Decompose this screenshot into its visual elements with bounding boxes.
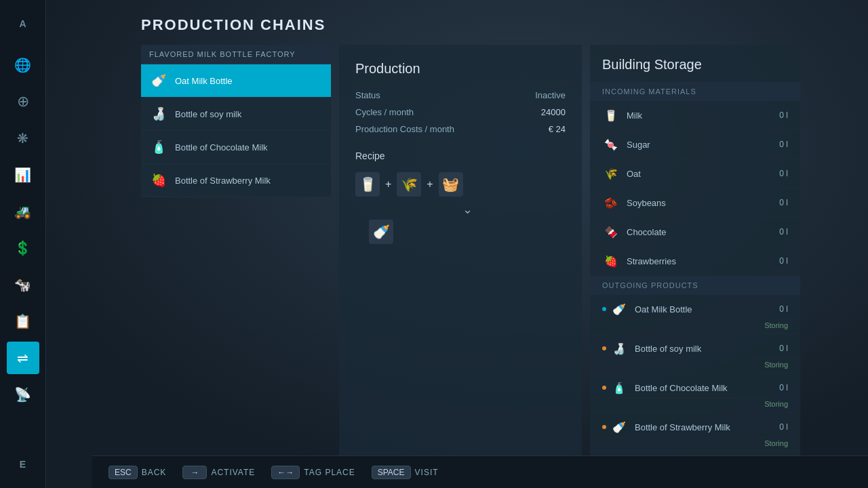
bottom-bar: ESC BACK → ACTIVATE ←→ TAG PLACE SPACE V… — [92, 455, 868, 488]
tractor-icon: 🚜 — [14, 203, 31, 220]
cycles-label: Cycles / month — [355, 107, 414, 117]
soybeans-name: Soybeans — [627, 198, 779, 208]
ingredient-extra-icon: 🧺 — [439, 172, 463, 197]
soy-milk-icon: 🍶 — [149, 104, 168, 123]
oat-amount: 0 l — [779, 169, 788, 178]
cow-icon: 🐄 — [14, 277, 31, 293]
storage-soybeans: 🫘 Soybeans 0 l — [590, 188, 800, 218]
sidebar-item-tractor[interactable]: 🚜 — [7, 195, 39, 228]
strawberries-icon: 🍓 — [602, 252, 620, 270]
recipe-arrow: ⌄ — [369, 202, 566, 217]
status-row: Status Inactive — [355, 90, 566, 100]
sidebar-item-globe[interactable]: 🌐 — [7, 49, 39, 81]
straw-milk-bottle-name: Bottle of Strawberry Milk — [635, 422, 779, 432]
oat-milk-dot — [602, 307, 606, 311]
chain-item-oat-milk[interactable]: 🍼 Oat Milk Bottle — [141, 64, 331, 98]
production-panel: Production Status Inactive Cycles / mont… — [339, 45, 582, 488]
sidebar-item-camera[interactable]: 📡 — [7, 378, 39, 411]
storage-milk: 🥛 Milk 0 l — [590, 101, 800, 130]
choc-milk-bottle-name: Bottle of Chocolate Milk — [635, 383, 779, 393]
plus-sign-2: + — [427, 178, 433, 190]
recipe-label: Recipe — [355, 150, 566, 161]
visit-button[interactable]: SPACE VISIT — [372, 466, 439, 479]
chocolate-icon: 🍫 — [602, 223, 620, 241]
soy-milk-storing: Storing — [590, 359, 800, 373]
soybeans-icon: 🫘 — [602, 194, 620, 211]
sidebar-item-chart[interactable]: 📊 — [7, 159, 39, 191]
chain-item-choc-milk[interactable]: 🧴 Bottle of Chocolate Milk — [141, 131, 331, 164]
cycles-row: Cycles / month 24000 — [355, 107, 566, 117]
recipe-ingredients-row: 🥛 + 🌾 + 🧺 — [355, 172, 566, 197]
milk-amount: 0 l — [779, 110, 788, 120]
strawberries-name: Strawberries — [627, 256, 779, 266]
globe-icon: 🌐 — [14, 57, 31, 73]
sidebar-item-e[interactable]: E — [7, 448, 39, 481]
sidebar-item-flower[interactable]: ❋ — [7, 122, 39, 155]
chain-item-soy-milk[interactable]: 🍶 Bottle of soy milk — [141, 98, 331, 131]
chain-item-straw-milk[interactable]: 🍓 Bottle of Strawberry Milk — [141, 164, 331, 197]
main-content: PRODUCTION CHAINS FLAVORED MILK BOTTLE F… — [46, 0, 868, 488]
oat-milk-bottle-icon: 🍼 — [610, 300, 628, 318]
ingredient-oat-icon: 🌾 — [397, 172, 421, 197]
straw-milk-bottle-icon: 🍼 — [610, 418, 628, 436]
tag-place-button[interactable]: ←→ TAG PLACE — [271, 466, 355, 479]
storage-title: Building Storage — [590, 45, 800, 82]
choc-milk-icon: 🧴 — [149, 138, 168, 157]
storage-strawberries: 🍓 Strawberries 0 l — [590, 247, 800, 276]
choc-milk-dot — [602, 386, 606, 390]
chart-icon: 📊 — [14, 167, 31, 183]
milk-name: Milk — [627, 110, 779, 121]
soy-milk-bottle-icon: 🍶 — [610, 340, 628, 357]
sugar-name: Sugar — [627, 140, 779, 150]
costs-label: Production Costs / month — [355, 124, 454, 134]
straw-milk-bottle-amount: 0 l — [779, 422, 788, 432]
straw-milk-icon: 🍓 — [149, 171, 168, 190]
flower-icon: ❋ — [17, 130, 28, 146]
sidebar-item-book[interactable]: 📋 — [7, 305, 39, 338]
esc-key: ESC — [108, 466, 138, 479]
outgoing-straw-milk: 🍼 Bottle of Strawberry Milk 0 l Storing — [590, 413, 800, 452]
outgoing-oat-milk: 🍼 Oat Milk Bottle 0 l Storing — [590, 295, 800, 334]
sidebar-item-factory[interactable]: ⇌ — [7, 342, 39, 374]
left-panel: FLAVORED MILK BOTTLE FACTORY 🍼 Oat Milk … — [141, 45, 331, 488]
choc-milk-storing: Storing — [590, 399, 800, 413]
oat-milk-icon: 🍼 — [149, 71, 168, 90]
sidebar-item-steering[interactable]: ⊕ — [7, 85, 39, 118]
outgoing-choc-milk: 🧴 Bottle of Chocolate Milk 0 l Storing — [590, 373, 800, 413]
tag-label: TAG PLACE — [304, 468, 355, 477]
soy-milk-dot — [602, 346, 606, 350]
activate-button[interactable]: → ACTIVATE — [182, 466, 255, 479]
page-title: PRODUCTION CHAINS — [46, 0, 868, 45]
space-key: SPACE — [372, 466, 411, 479]
camera-icon: 📡 — [14, 386, 31, 403]
esc-back-button[interactable]: ESC BACK — [108, 466, 166, 479]
chain-item-label: Bottle of Chocolate Milk — [175, 142, 268, 152]
costs-value: € 24 — [549, 124, 566, 134]
oat-milk-bottle-name: Oat Milk Bottle — [635, 304, 779, 314]
choc-milk-bottle-icon: 🧴 — [610, 379, 628, 396]
chain-item-label: Oat Milk Bottle — [175, 76, 233, 86]
recipe-output-icon: 🍼 — [369, 220, 393, 244]
status-value: Inactive — [535, 90, 566, 100]
a-icon: A — [19, 18, 26, 29]
sidebar-item-cow[interactable]: 🐄 — [7, 268, 39, 301]
e-icon: E — [20, 459, 26, 470]
visit-label: VISIT — [415, 468, 439, 477]
ingredient-milk-icon: 🥛 — [355, 172, 380, 197]
activate-key: → — [182, 466, 207, 479]
soy-milk-bottle-amount: 0 l — [779, 344, 788, 353]
production-title: Production — [355, 61, 566, 77]
chain-item-label: Bottle of Strawberry Milk — [175, 176, 271, 186]
straw-milk-dot — [602, 425, 606, 429]
tag-key: ←→ — [271, 466, 300, 479]
dollar-icon: 💲 — [14, 240, 31, 256]
oat-milk-storing: Storing — [590, 320, 800, 334]
storage-panel: Building Storage INCOMING MATERIALS 🥛 Mi… — [590, 45, 800, 488]
sidebar-item-a[interactable]: A — [7, 7, 39, 40]
storage-oat: 🌾 Oat 0 l — [590, 159, 800, 188]
oat-milk-bottle-amount: 0 l — [779, 304, 788, 314]
storage-sugar: 🍬 Sugar 0 l — [590, 130, 800, 159]
sidebar-item-dollar[interactable]: 💲 — [7, 232, 39, 264]
sidebar: A 🌐 ⊕ ❋ 📊 🚜 💲 🐄 📋 ⇌ 📡 E — [0, 0, 46, 488]
sugar-amount: 0 l — [779, 140, 788, 149]
